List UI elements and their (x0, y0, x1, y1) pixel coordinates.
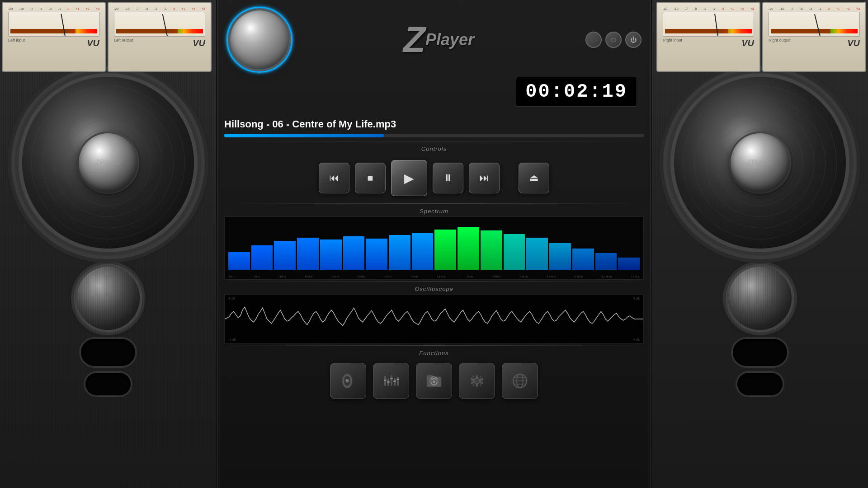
spectrum-bar-17 (595, 253, 617, 270)
svg-point-5 (346, 379, 348, 381)
vu-meters-left: -20-10-7-5-3-10+1+2+3 Left input VU (0, 0, 217, 75)
svg-rect-11 (384, 380, 387, 381)
freq-label-5: 220Hz (331, 275, 339, 278)
pause-icon: ⏸ (443, 172, 453, 184)
spectrum-freq-labels: 20Hz 75Hz 110Hz 160Hz 220Hz 350Hz 480Hz … (228, 275, 640, 278)
equalizer-icon (382, 371, 401, 390)
spectrum-bar-16 (572, 249, 594, 270)
freq-label-13: 4.8KHz (547, 275, 556, 278)
controls-label: Controls (421, 145, 447, 152)
freq-label-6: 350Hz (358, 275, 365, 278)
svg-rect-13 (390, 378, 393, 379)
left-woofer: ZPlayer (22, 77, 194, 249)
spectrum-bar-1 (228, 252, 250, 270)
vu-right-output-label: Right output (769, 38, 791, 48)
pause-button[interactable]: ⏸ (433, 163, 463, 193)
equalizer-button[interactable] (373, 363, 409, 399)
vu-left-input-label: Left input (8, 38, 25, 48)
spectrum-bar-7 (366, 239, 387, 270)
spectrum-bar-8 (389, 235, 410, 270)
spectrum-bar-5 (320, 239, 342, 270)
progress-bar[interactable] (224, 134, 644, 137)
vu-left-output-text: VU (193, 38, 205, 48)
freq-label-4: 160Hz (305, 275, 312, 278)
eject-icon: ⏏ (529, 172, 539, 184)
power-knob[interactable] (230, 10, 289, 69)
spectrum-bar-13 (504, 234, 525, 270)
spectrum-bar-12 (481, 230, 502, 270)
spectrum-section: 20Hz 75Hz 110Hz 160Hz 220Hz 350Hz 480Hz … (217, 216, 651, 280)
header-top: Z Player − □ ⏻ (226, 7, 642, 72)
vu-meter-right-input: -20-10-7-5-3-10+1+2+3 Right input VU (656, 2, 760, 72)
freq-label-16: 5.5KHz (631, 275, 640, 278)
vu-right-input-label: Right input (663, 38, 682, 48)
spectrum-bar-15 (549, 243, 571, 270)
oscilloscope-wave (225, 295, 643, 343)
right-speaker-logo: ZPlayer (747, 159, 773, 167)
prev-icon: ⏮ (329, 172, 339, 184)
svg-rect-18 (429, 379, 432, 382)
freq-label-9: 1.1KHz (437, 275, 446, 278)
main-container: -20-10-7-5-3-10+1+2+3 Left input VU (0, 0, 868, 488)
spectrum-bar-18 (618, 258, 640, 270)
freq-label-11: 2.4KHz (492, 275, 501, 278)
freq-label-15: 12.5KHz (602, 275, 612, 278)
next-icon: ⏭ (479, 172, 489, 184)
settings-button[interactable] (459, 363, 495, 399)
spectrum-bar-4 (297, 238, 319, 270)
left-speaker: -20-10-7-5-3-10+1+2+3 Left input VU (0, 0, 217, 488)
freq-label-10: 1.7KHz (464, 275, 473, 278)
time-display: 00:02:19 (516, 77, 637, 107)
oscilloscope-divider (222, 281, 646, 282)
svg-point-21 (476, 380, 478, 382)
svg-rect-14 (393, 380, 396, 382)
spectrum-label: Spectrum (420, 208, 448, 215)
vu-left-input-text: VU (87, 38, 99, 48)
volume-button[interactable] (330, 363, 366, 399)
center-panel: Z Player − □ ⏻ 00:02:19 Hillsong - 06 (217, 0, 651, 488)
vu-meter-right-output: -20-10-7-5-3-10+1+2+3 Right output VU (762, 2, 866, 72)
vu-meter-left-input: -20-10-7-5-3-10+1+2+3 Left input VU (2, 2, 106, 72)
spectrum-bar-3 (274, 241, 296, 270)
stop-icon: ■ (367, 172, 373, 184)
player-logo-text: Player (425, 30, 474, 49)
stop-button[interactable]: ■ (355, 163, 386, 193)
logo-area: Z Player (292, 22, 585, 58)
media-library-button[interactable] (416, 363, 452, 399)
settings-icon (467, 371, 486, 390)
right-speaker: -20-10-7-5-3-10+1+2+3 Right input VU (651, 0, 868, 488)
spectrum-display: 20Hz 75Hz 110Hz 160Hz 220Hz 350Hz 480Hz … (224, 216, 644, 280)
spectrum-bar-10 (434, 230, 456, 270)
svg-rect-8 (391, 375, 392, 386)
vu-left-output-label: Left output (114, 38, 133, 48)
vu-right-input-text: VU (741, 38, 754, 48)
svg-point-17 (433, 380, 435, 383)
vu-right-output-text: VU (847, 38, 860, 48)
functions-row (224, 361, 644, 401)
svg-rect-12 (387, 381, 390, 383)
eject-button[interactable]: ⏏ (519, 163, 549, 193)
plugins-icon (510, 371, 529, 390)
spectrum-bar-11 (458, 227, 479, 270)
svg-rect-10 (397, 377, 399, 386)
left-speaker-logo: ZPlayer (95, 159, 121, 167)
next-button[interactable]: ⏭ (469, 163, 500, 193)
freq-label-1: 20Hz (228, 275, 235, 278)
svg-rect-19 (436, 379, 439, 382)
vu-meters-right: -20-10-7-5-3-10+1+2+3 Right input VU (588, 0, 868, 75)
functions-divider (222, 345, 646, 346)
prev-button[interactable]: ⏮ (319, 163, 349, 193)
spectrum-bar-2 (251, 245, 273, 270)
freq-label-8: 745Hz (410, 275, 418, 278)
oscilloscope-display: 4 dB 4 dB -4 dB -4 dB (224, 294, 644, 344)
left-dust-cap: ZPlayer (79, 133, 137, 192)
controls-row: ⏮ ■ ▶ ⏸ ⏭ ⏏ (224, 156, 644, 200)
spectrum-divider (222, 203, 646, 204)
track-name: Hillsong - 06 - Centre of My Life.mp3 (217, 115, 651, 134)
plugins-button[interactable] (502, 363, 538, 399)
play-button[interactable]: ▶ (391, 160, 427, 196)
play-icon: ▶ (404, 171, 414, 186)
freq-label-3: 110Hz (278, 275, 286, 278)
player-header: Z Player − □ ⏻ 00:02:19 (217, 0, 651, 115)
spectrum-bar-9 (412, 233, 434, 270)
